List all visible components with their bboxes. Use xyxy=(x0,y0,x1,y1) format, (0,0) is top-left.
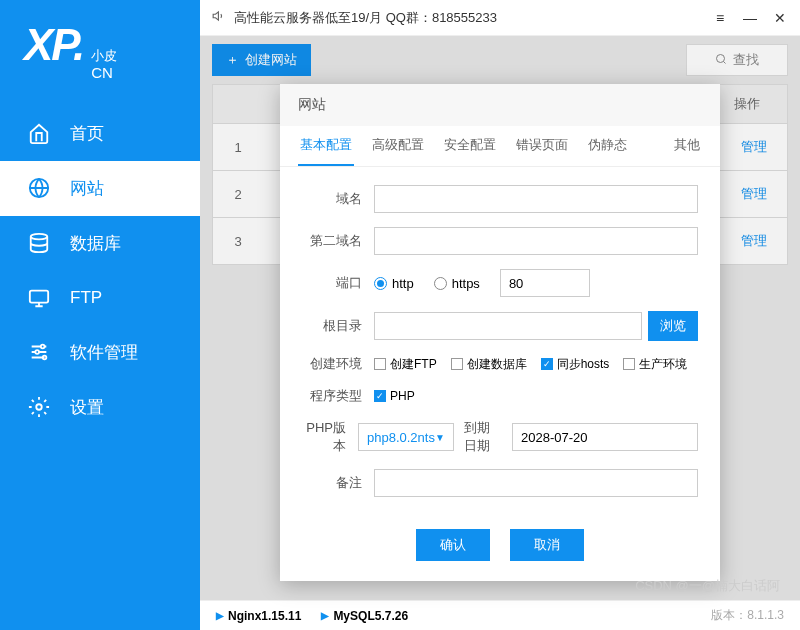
label-type: 程序类型 xyxy=(302,387,374,405)
sliders-icon xyxy=(28,341,50,363)
chk-prod[interactable]: 生产环境 xyxy=(623,356,687,373)
label-expire: 到期日期 xyxy=(454,419,512,455)
modal-tabs: 基本配置 高级配置 安全配置 错误页面 伪静态 其他 xyxy=(280,126,720,167)
svg-point-6 xyxy=(36,404,42,410)
remark-input[interactable] xyxy=(374,469,698,497)
tab-error[interactable]: 错误页面 xyxy=(514,126,570,166)
radio-icon xyxy=(434,277,447,290)
label-port: 端口 xyxy=(302,274,374,292)
home-icon xyxy=(28,122,50,144)
logo-sub: 小皮 CN xyxy=(91,48,117,82)
chevron-down-icon: ▼ xyxy=(435,432,445,443)
status-nginx[interactable]: ▶ Nginx1.15.11 xyxy=(216,609,301,623)
nav-label: 软件管理 xyxy=(70,341,138,364)
nav-database[interactable]: 数据库 xyxy=(0,216,200,271)
svg-rect-2 xyxy=(30,290,48,302)
close-icon[interactable]: ✕ xyxy=(772,10,788,26)
checkbox-icon xyxy=(623,358,635,370)
chk-db[interactable]: 创建数据库 xyxy=(451,356,527,373)
label-domain2: 第二域名 xyxy=(302,232,374,250)
nav-home[interactable]: 首页 xyxy=(0,106,200,161)
checkbox-icon: ✓ xyxy=(374,390,386,402)
domain-input[interactable] xyxy=(374,185,698,213)
modal-body: 域名 第二域名 端口 http xyxy=(280,167,720,519)
nav-label: 数据库 xyxy=(70,232,121,255)
gear-icon xyxy=(28,396,50,418)
globe-icon xyxy=(28,177,50,199)
checkbox-icon xyxy=(451,358,463,370)
radio-https[interactable]: https xyxy=(434,276,480,291)
nav-label: 网站 xyxy=(70,177,104,200)
tab-other[interactable]: 其他 xyxy=(672,126,702,166)
nav-label: 设置 xyxy=(70,396,104,419)
modal-footer: 确认 取消 xyxy=(280,519,720,581)
root-input[interactable] xyxy=(374,312,642,340)
label-php-version: PHP版本 xyxy=(302,419,358,455)
confirm-button[interactable]: 确认 xyxy=(416,529,490,561)
nav-software[interactable]: 软件管理 xyxy=(0,325,200,380)
label-root: 根目录 xyxy=(302,317,374,335)
main-area: 高性能云服务器低至19/月 QQ群：818555233 ≡ — ✕ ＋ 创建网站… xyxy=(200,0,800,630)
nav-website[interactable]: 网站 xyxy=(0,161,200,216)
label-domain: 域名 xyxy=(302,190,374,208)
modal-title: 网站 xyxy=(280,84,720,126)
minimize-icon[interactable]: — xyxy=(742,10,758,26)
play-icon: ▶ xyxy=(216,610,224,621)
status-version: 版本：8.1.1.3 xyxy=(711,607,784,624)
chk-php[interactable]: ✓PHP xyxy=(374,389,415,403)
watermark: CSDN @一@楠大白话阿 xyxy=(635,577,780,595)
svg-point-3 xyxy=(41,345,45,349)
checkbox-icon xyxy=(374,358,386,370)
sidebar: XP. 小皮 CN 首页 网站 数据库 FTP 软件管理 设置 xyxy=(0,0,200,630)
play-icon: ▶ xyxy=(321,610,329,621)
tab-basic[interactable]: 基本配置 xyxy=(298,126,354,166)
modal-overlay: 网站 基本配置 高级配置 安全配置 错误页面 伪静态 其他 域名 第二域名 xyxy=(200,36,800,600)
label-env: 创建环境 xyxy=(302,355,374,373)
radio-http[interactable]: http xyxy=(374,276,414,291)
nav-ftp[interactable]: FTP xyxy=(0,271,200,325)
speaker-icon xyxy=(212,9,226,26)
label-remark: 备注 xyxy=(302,474,374,492)
svg-point-1 xyxy=(31,234,48,240)
cancel-button[interactable]: 取消 xyxy=(510,529,584,561)
tab-rewrite[interactable]: 伪静态 xyxy=(586,126,629,166)
svg-point-4 xyxy=(35,350,39,354)
domain2-input[interactable] xyxy=(374,227,698,255)
nav-settings[interactable]: 设置 xyxy=(0,380,200,435)
window-controls: ≡ — ✕ xyxy=(712,10,788,26)
database-icon xyxy=(28,232,50,254)
php-version-select[interactable]: php8.0.2nts ▼ xyxy=(358,423,454,451)
menu-icon[interactable]: ≡ xyxy=(712,10,728,26)
tab-advanced[interactable]: 高级配置 xyxy=(370,126,426,166)
expire-input[interactable] xyxy=(512,423,698,451)
website-modal: 网站 基本配置 高级配置 安全配置 错误页面 伪静态 其他 域名 第二域名 xyxy=(280,84,720,581)
logo-text: XP. xyxy=(24,20,83,70)
monitor-icon xyxy=(28,287,50,309)
tab-security[interactable]: 安全配置 xyxy=(442,126,498,166)
status-mysql[interactable]: ▶ MySQL5.7.26 xyxy=(321,609,408,623)
chk-hosts[interactable]: ✓同步hosts xyxy=(541,356,610,373)
titlebar: 高性能云服务器低至19/月 QQ群：818555233 ≡ — ✕ xyxy=(200,0,800,36)
chk-ftp[interactable]: 创建FTP xyxy=(374,356,437,373)
browse-button[interactable]: 浏览 xyxy=(648,311,698,341)
checkbox-icon: ✓ xyxy=(541,358,553,370)
logo: XP. 小皮 CN xyxy=(0,0,200,106)
titlebar-text: 高性能云服务器低至19/月 QQ群：818555233 xyxy=(226,9,712,27)
nav-label: 首页 xyxy=(70,122,104,145)
radio-icon xyxy=(374,277,387,290)
statusbar: ▶ Nginx1.15.11 ▶ MySQL5.7.26 版本：8.1.1.3 xyxy=(200,600,800,630)
port-input[interactable] xyxy=(500,269,590,297)
nav-label: FTP xyxy=(70,288,102,308)
